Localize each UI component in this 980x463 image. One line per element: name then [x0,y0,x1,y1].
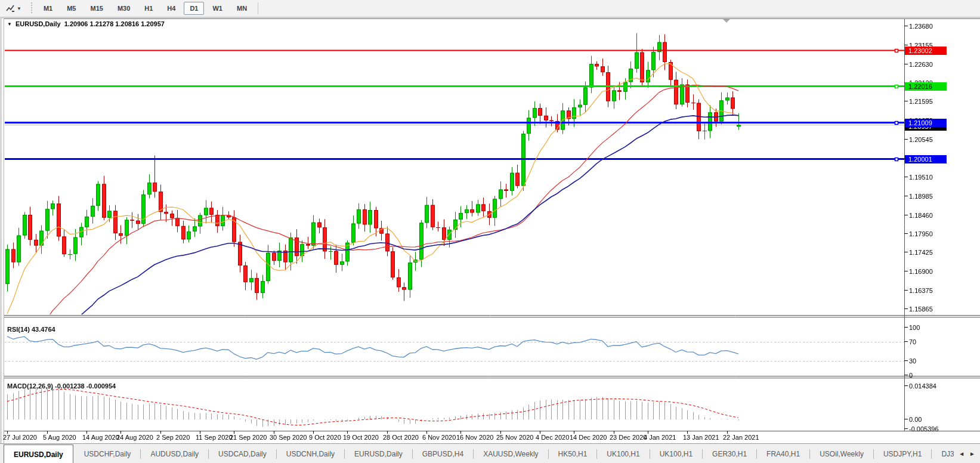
timeframe-button-m1[interactable]: M1 [38,2,58,15]
timeframe-button-w1[interactable]: W1 [206,2,228,15]
rsi-scale-tick: 0 [909,372,913,379]
date-axis-label: 5 Aug 2020 [43,434,76,441]
chart-window: ▼EURUSD,Daily1.20906 1.21278 1.20816 1.2… [0,17,980,443]
ohlc-values: 1.20906 1.21278 1.20816 1.20957 [64,20,165,27]
rsi-scale-tick: 70 [909,338,916,345]
chart-tab-audusd-daily[interactable]: AUDUSD,Daily [141,444,208,463]
chart-line-tool-icon [6,4,15,13]
price-level-chip: 1.23002 [905,47,947,55]
price-axis-tick: 1.23680 [909,23,933,30]
chart-title: ▼EURUSD,Daily1.20906 1.21278 1.20816 1.2… [7,20,165,27]
chart-tab-usdjpy-h1[interactable]: USDJPY,H1 [874,444,931,463]
price-axis-tick: 1.17425 [909,249,933,256]
macd-scale-tick: 0.014384 [909,382,936,390]
price-axis-tick: 1.22630 [909,61,933,68]
date-axis-label: 13 Jan 2021 [683,434,719,441]
date-axis-label: 28 Oct 2020 [383,434,419,441]
timeframe-button-m5[interactable]: M5 [61,2,82,15]
macd-scale-tick: -0.005396 [909,425,939,433]
date-axis-label: 24 Aug 2020 [116,434,153,441]
chart-tab-xauusd-weekly[interactable]: XAUUSD,Weekly [474,444,548,463]
price-level-chip: 1.21009 [905,119,947,127]
price-axis-tick: 1.18460 [909,212,933,219]
scroll-to-end-marker[interactable] [723,19,730,23]
chart-tab-uk100-h1[interactable]: UK100,H1 [597,444,649,463]
toolbar-separator [258,2,258,14]
date-axis-label: 6 Nov 2020 [422,434,456,441]
macd-scale-tick: 0.00 [909,416,922,423]
timeframe-button-m15[interactable]: M15 [84,2,109,15]
date-axis-label: 23 Dec 2020 [610,434,647,441]
toolbar-grip [30,2,33,14]
date-axis-label: 30 Sep 2020 [270,434,307,441]
window-top-edge [0,17,980,19]
chart-tab-dj30-daily[interactable]: DJ30,Daily [932,444,954,463]
chart-tab-usoil-weekly[interactable]: USOil,Weekly [810,444,873,463]
window-left-edge [0,18,4,443]
date-axis-label: 2 Sep 2020 [156,434,190,441]
timeframe-button-d1[interactable]: D1 [184,2,204,15]
timeframe-button-h1[interactable]: H1 [138,2,159,15]
chart-tab-eurusd-daily[interactable]: EURUSD,Daily [345,444,412,463]
chart-tab-usdcad-daily[interactable]: USDCAD,Daily [209,444,276,463]
price-axis-tick: 1.19510 [909,174,933,181]
date-axis-label: 14 Dec 2020 [570,434,607,441]
date-axis-label: 9 Oct 2020 [309,434,341,441]
date-axis-label: 16 Nov 2020 [456,434,493,441]
rsi-indicator-label: RSI(14) 43.4764 [7,326,55,333]
price-level-chip: 1.22016 [905,82,947,91]
chart-tab-usdcnh-daily[interactable]: USDCNH,Daily [277,444,344,463]
chart-tab-hk50-h1[interactable]: HK50,H1 [549,444,597,463]
date-axis-label: 4 Dec 2020 [536,434,569,441]
dropdown-caret-icon: ▼ [17,6,21,11]
timeframe-button-h4[interactable]: H4 [161,2,181,15]
price-axis-tick: 1.16375 [909,287,933,294]
chart-tab-eurusd-daily[interactable]: EURUSD,Daily [4,445,73,463]
date-axis-label: 14 Aug 2020 [82,434,119,441]
date-axis-label: 19 Oct 2020 [343,434,379,441]
rsi-scale-tick: 30 [909,357,916,365]
price-chart-canvas[interactable] [0,17,980,443]
chart-tab-uk100-h1[interactable]: UK100,H1 [650,444,702,463]
chart-tab-usdchf-daily[interactable]: USDCHF,Daily [75,444,141,463]
date-axis-label: 25 Nov 2020 [496,434,533,441]
chart-menu-arrow-icon[interactable]: ▼ [7,21,12,27]
chart-tab-bar: EURUSD,DailyUSDCHF,DailyAUDUSD,DailyUSDC… [0,443,980,463]
chart-tab-fra40-h1[interactable]: FRA40,H1 [757,444,809,463]
symbol-period-label: EURUSD,Daily [16,20,61,27]
date-axis-label: 11 Sep 2020 [196,434,233,441]
date-axis-label: 22 Jan 2021 [723,434,759,441]
price-level-chip: 1.20001 [905,155,947,163]
macd-indicator-label: MACD(12,26,9) -0.001238 -0.000954 [7,382,116,390]
price-axis-tick: 1.18985 [909,193,933,200]
tabs-scroll-right-icon[interactable]: ► [969,450,975,457]
price-axis-tick: 1.16900 [909,268,933,275]
chart-tab-ger30-h1[interactable]: GER30,H1 [703,444,756,463]
price-axis-tick: 1.20545 [909,136,933,143]
top-toolbar: ▼ M1M5M15M30H1H4D1W1MN [0,0,980,17]
drawing-tool-button[interactable]: ▼ [2,2,26,15]
tabs-scroll-left-icon[interactable]: ◄ [959,450,964,457]
timeframe-button-mn[interactable]: MN [231,2,253,15]
chart-tab-gbpusd-h4[interactable]: GBPUSD,H4 [413,444,473,463]
rsi-scale-tick: 100 [909,324,920,331]
price-axis-tick: 1.21595 [909,98,933,105]
timeframe-button-m30[interactable]: M30 [112,2,136,15]
date-axis-label: 4 Jan 2021 [644,434,676,441]
price-axis-tick: 1.15865 [909,305,933,313]
date-axis-label: 21 Sep 2020 [230,434,267,441]
price-axis-tick: 1.17950 [909,230,933,237]
date-axis-label: 27 Jul 2020 [3,434,37,441]
